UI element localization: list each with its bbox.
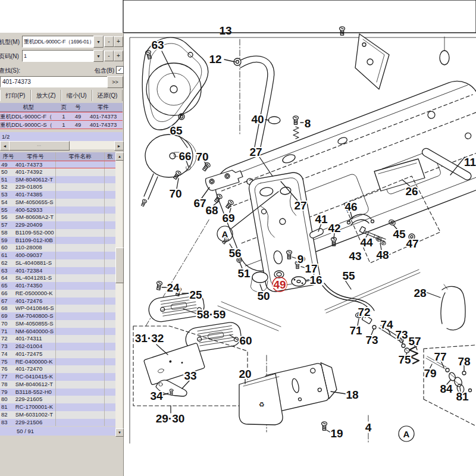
- part-callout[interactable]: 70: [169, 187, 181, 200]
- parts-row[interactable]: 77RC-0410415-K: [0, 373, 115, 381]
- parts-row[interactable]: 60110-28008: [0, 244, 115, 252]
- part-callout[interactable]: 43: [349, 250, 361, 262]
- part-callout[interactable]: 60: [239, 334, 252, 347]
- parts-row[interactable]: 82SM-6031002-T: [0, 411, 115, 419]
- result-row[interactable]: 重机DDL-9000C-S（149401-74373: [0, 121, 123, 129]
- parts-row[interactable]: 79B3118-552-H0: [0, 389, 115, 396]
- part-callout[interactable]: 70: [196, 151, 208, 163]
- vertical-scrollbar[interactable]: ▲ ▼: [115, 152, 123, 436]
- part-callout[interactable]: 4: [365, 421, 372, 434]
- part-callout[interactable]: 56: [228, 247, 241, 259]
- scroll-up-icon[interactable]: ▲: [115, 152, 124, 161]
- parts-row[interactable]: 83229-21506: [0, 419, 115, 427]
- parts-row[interactable]: 65401-74350: [0, 282, 115, 290]
- parts-row[interactable]: 64SL-4041281-S: [0, 274, 115, 282]
- part-callout[interactable]: 44: [360, 236, 373, 249]
- parts-row[interactable]: 68WP-0410846-S: [0, 305, 115, 312]
- result-row[interactable]: 重机DDL-9000C-F（149401-74373: [0, 112, 123, 121]
- parts-row[interactable]: 54SM-4050655-S: [0, 199, 115, 206]
- part-callout[interactable]: 75: [398, 353, 411, 366]
- part-callout[interactable]: 31·32: [135, 332, 164, 345]
- part-callout[interactable]: 77: [434, 350, 446, 363]
- parts-row[interactable]: 76401-72470: [0, 365, 115, 373]
- parts-row[interactable]: 51SM-8040612-T: [0, 176, 115, 184]
- part-callout[interactable]: 34: [150, 390, 163, 402]
- parts-row[interactable]: 53401-74385: [0, 191, 115, 199]
- part-callout[interactable]: 48: [376, 249, 389, 261]
- part-callout[interactable]: 45: [393, 228, 406, 240]
- part-callout[interactable]: 78: [458, 355, 470, 368]
- part-callout[interactable]: 12: [209, 53, 221, 65]
- scroll-left-icon[interactable]: ◄: [0, 141, 10, 151]
- part-callout[interactable]: 79: [424, 367, 436, 380]
- part-callout[interactable]: 69: [222, 212, 234, 224]
- parts-row[interactable]: 66RE-0500000-K: [0, 290, 115, 298]
- scroll-down-icon[interactable]: ▼: [115, 428, 124, 437]
- part-callout[interactable]: 27: [249, 146, 262, 158]
- horizontal-scrollbar[interactable]: ◄ ⋯ ►: [0, 141, 123, 149]
- hscroll-thumb[interactable]: ⋯: [9, 141, 70, 151]
- part-callout[interactable]: 74: [380, 318, 393, 331]
- part-callout[interactable]: 11: [464, 156, 476, 168]
- page-minus-button[interactable]: -: [104, 51, 114, 61]
- part-callout[interactable]: 25: [189, 289, 202, 301]
- part-callout[interactable]: 72: [358, 306, 370, 318]
- part-callout[interactable]: A: [222, 229, 228, 239]
- part-callout[interactable]: 55: [342, 270, 355, 282]
- parts-row[interactable]: 80229-21605: [0, 396, 115, 403]
- part-callout[interactable]: 57: [408, 335, 421, 347]
- parts-row[interactable]: 57229-20409: [0, 221, 115, 229]
- part-callout[interactable]: 73: [395, 328, 408, 341]
- parts-row[interactable]: 74401-72475: [0, 350, 115, 358]
- part-callout[interactable]: A: [403, 429, 410, 439]
- part-callout[interactable]: 20: [239, 368, 251, 380]
- part-callout[interactable]: 68: [205, 204, 218, 217]
- part-callout[interactable]: 17: [305, 262, 317, 275]
- part-callout[interactable]: 33: [184, 369, 196, 382]
- part-callout[interactable]: 27: [294, 199, 306, 212]
- part-callout[interactable]: 51: [237, 267, 250, 280]
- part-callout[interactable]: 42: [328, 222, 340, 234]
- parts-row[interactable]: 71NM-6040000-S: [0, 328, 115, 336]
- parts-row[interactable]: 75RE-0400000-K: [0, 358, 115, 366]
- model-combobox[interactable]: 重机DDL-9000C-F（1696-01） ▼: [22, 36, 104, 48]
- part-callout[interactable]: 49: [273, 278, 286, 291]
- part-callout[interactable]: 16: [309, 274, 322, 286]
- zoom-in-button[interactable]: 放大(Z): [31, 90, 62, 101]
- zoom-out-button[interactable]: 缩小(U): [61, 90, 92, 101]
- part-callout[interactable]: 29·30: [156, 412, 185, 425]
- part-callout[interactable]: 8: [305, 117, 311, 130]
- part-callout[interactable]: 84: [440, 383, 453, 395]
- part-callout[interactable]: 63: [151, 39, 164, 51]
- parts-row[interactable]: 63401-72384: [0, 267, 115, 275]
- parts-row[interactable]: 50401-74392: [0, 168, 115, 176]
- part-callout[interactable]: 50: [257, 290, 270, 302]
- vscroll-thumb[interactable]: [115, 248, 124, 283]
- part-callout[interactable]: 73: [365, 334, 378, 346]
- page-combobox[interactable]: 1 ▼: [22, 50, 104, 62]
- chevron-down-icon[interactable]: ▼: [93, 36, 104, 48]
- part-callout[interactable]: 28: [414, 287, 426, 299]
- parts-row[interactable]: 62SL-4040881-S: [0, 259, 115, 267]
- parts-row[interactable]: 69SM-7040800-S: [0, 312, 115, 320]
- part-callout[interactable]: 46: [345, 201, 357, 213]
- search-input[interactable]: [0, 76, 108, 87]
- parts-row[interactable]: 52229-01805: [0, 183, 115, 191]
- part-callout[interactable]: 67: [193, 197, 206, 209]
- parts-row[interactable]: 55400-52933: [0, 206, 115, 214]
- part-callout[interactable]: 66: [178, 150, 191, 162]
- parts-row[interactable]: 61400-09037: [0, 252, 115, 259]
- part-callout[interactable]: 58·59: [197, 308, 226, 321]
- parts-row[interactable]: 67401-72476: [0, 298, 115, 305]
- part-callout[interactable]: 13: [219, 24, 231, 37]
- parts-row[interactable]: 73262-01004: [0, 343, 115, 350]
- model-minus-button[interactable]: -: [104, 36, 114, 47]
- parts-row[interactable]: 49401-74373: [0, 161, 115, 168]
- part-callout[interactable]: 40: [251, 113, 264, 126]
- parts-row[interactable]: 59B1109-012-I0B: [0, 237, 115, 245]
- part-callout[interactable]: 19: [330, 427, 343, 440]
- scroll-right-icon[interactable]: ►: [114, 141, 124, 151]
- model-plus-button[interactable]: +: [114, 36, 123, 47]
- page-plus-button[interactable]: +: [114, 51, 123, 61]
- chevron-down-icon[interactable]: ▼: [93, 50, 104, 62]
